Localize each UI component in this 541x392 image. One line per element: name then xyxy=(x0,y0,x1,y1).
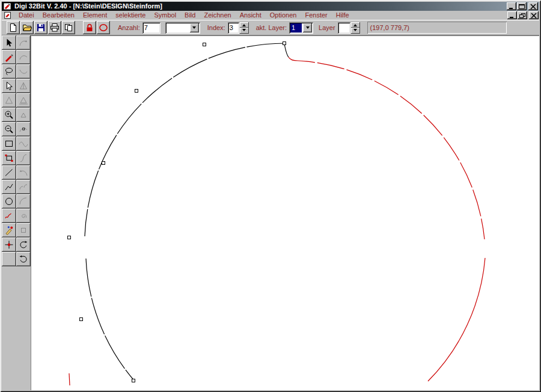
element-combobox[interactable] xyxy=(165,22,200,34)
tool-curve-arrow[interactable] xyxy=(16,35,31,50)
control-point[interactable] xyxy=(80,318,83,321)
tool-curve-node[interactable] xyxy=(16,122,31,136)
anzahl-input[interactable] xyxy=(142,22,160,34)
red-tick[interactable] xyxy=(69,373,70,385)
tool-rotate-ccw[interactable] xyxy=(16,252,31,266)
control-point[interactable] xyxy=(283,42,286,45)
stone-outline-left-upper[interactable] xyxy=(85,43,285,236)
menu-item-symbol[interactable]: Symbol xyxy=(150,11,180,20)
mdi-restore-button[interactable] xyxy=(518,11,527,19)
menu-item-datei[interactable]: Datei xyxy=(14,11,38,20)
mdi-minimize-button[interactable] xyxy=(507,11,517,19)
copy-pages-button[interactable] xyxy=(62,21,75,34)
tool-curve-up[interactable] xyxy=(16,50,31,64)
tool-spiral[interactable] xyxy=(16,209,31,223)
rectangle-icon xyxy=(4,139,14,149)
menu-item-optionen[interactable]: Optionen xyxy=(266,11,301,20)
app-icon xyxy=(3,2,12,10)
stone-outline-right-upper[interactable] xyxy=(289,57,484,239)
document-icon[interactable] xyxy=(4,11,12,19)
line-icon xyxy=(4,168,14,177)
new-document-icon xyxy=(8,23,18,32)
window-title: Digi 32Bit V. 2.40 - [N:\Stein\DESIGN\St… xyxy=(14,2,506,11)
tool-knife-red[interactable] xyxy=(2,50,16,64)
toolbar: Anzahl: Index: akt. Layer: 1 Layer (197,… xyxy=(2,20,539,35)
tool-pen-color[interactable] xyxy=(2,223,16,237)
rect-transform-icon xyxy=(4,153,14,163)
tool-double-arc[interactable] xyxy=(16,180,31,194)
tool-triangle-line[interactable] xyxy=(16,93,31,108)
maximize-button[interactable] xyxy=(517,2,527,10)
control-point[interactable] xyxy=(102,162,105,165)
lock-button[interactable] xyxy=(83,21,96,34)
tool-arrow-outline[interactable] xyxy=(2,79,16,93)
minimize-button[interactable] xyxy=(507,2,516,10)
tool-curve-down[interactable] xyxy=(16,64,31,79)
tool-anchor-cross[interactable] xyxy=(2,237,16,252)
mdi-window-controls xyxy=(507,11,539,19)
rotate-ccw-icon xyxy=(19,254,28,264)
save-button[interactable] xyxy=(34,21,47,34)
control-point[interactable] xyxy=(68,236,71,239)
spiral-icon xyxy=(19,211,28,221)
tool-arc[interactable] xyxy=(16,194,31,209)
coordinate-value: (197,0 779,7) xyxy=(370,24,409,31)
layer-spin-down-button[interactable] xyxy=(351,28,360,34)
mdi-close-button[interactable] xyxy=(529,11,539,19)
drawing-canvas[interactable] xyxy=(31,35,539,390)
new-document-button[interactable] xyxy=(7,21,20,34)
tool-circle[interactable] xyxy=(2,194,16,209)
tool-line[interactable] xyxy=(2,165,16,180)
menu-item-ansicht[interactable]: Ansicht xyxy=(236,11,266,20)
index-input[interactable] xyxy=(228,22,239,34)
menu-item-bild[interactable]: Bild xyxy=(180,11,200,20)
menu-item-element[interactable]: Element xyxy=(79,11,111,20)
tool-s-curve[interactable] xyxy=(16,151,31,165)
lasso-icon xyxy=(4,67,14,76)
polyline-icon xyxy=(4,182,14,192)
control-point[interactable] xyxy=(203,43,206,46)
tool-rotate-cw[interactable] xyxy=(16,237,31,252)
open-folder-button[interactable] xyxy=(20,21,34,34)
index-spin-down-button[interactable] xyxy=(240,28,249,34)
akt-layer-combobox[interactable]: 1 xyxy=(289,22,313,34)
akt-layer-dropdown-button[interactable] xyxy=(303,23,312,32)
tool-lasso[interactable] xyxy=(2,64,16,79)
title-bar[interactable]: Digi 32Bit V. 2.40 - [N:\Stein\DESIGN\St… xyxy=(2,2,539,11)
tool-triangle[interactable] xyxy=(2,93,16,108)
menu-item-zeichnen[interactable]: Zeichnen xyxy=(200,11,235,20)
tool-zoom-out[interactable] xyxy=(2,122,16,136)
tool-wave[interactable] xyxy=(16,136,31,151)
menu-item-fenster[interactable]: Fenster xyxy=(301,11,331,20)
tool-triangle-mid[interactable] xyxy=(16,79,31,93)
tool-squiggle-red[interactable] xyxy=(2,209,16,223)
stone-outline-right-lower[interactable] xyxy=(428,258,485,381)
stone-outline-notch[interactable] xyxy=(284,44,289,57)
stone-outline-left-lower[interactable] xyxy=(86,259,135,381)
layer-input[interactable] xyxy=(338,22,350,34)
tool-rectangle[interactable] xyxy=(2,136,16,151)
index-label: Index: xyxy=(207,24,225,31)
tool-polyline[interactable] xyxy=(2,180,16,194)
menu-item-hilfe[interactable]: Hilfe xyxy=(332,11,353,20)
close-button[interactable] xyxy=(528,2,538,10)
tool-square-small[interactable] xyxy=(16,223,31,237)
print-button[interactable] xyxy=(48,21,61,34)
copy-pages-icon xyxy=(64,23,73,32)
curve-arrow-2-icon xyxy=(19,168,28,177)
menu-item-bearbeiten[interactable]: Bearbeiten xyxy=(38,11,79,20)
arc-icon xyxy=(19,197,28,206)
ellipse-button[interactable] xyxy=(97,21,110,34)
layer-spin-up-button[interactable] xyxy=(351,22,360,28)
tool-zoom-in[interactable] xyxy=(2,108,16,122)
tool-rect-transform[interactable] xyxy=(2,151,16,165)
control-point[interactable] xyxy=(135,90,138,93)
index-spin-up-button[interactable] xyxy=(240,22,249,28)
tool-triangle-small[interactable] xyxy=(16,108,31,122)
element-combobox-dropdown-button[interactable] xyxy=(190,23,199,32)
tool-select-arrow[interactable] xyxy=(2,35,16,50)
tool-curve-arrow-2[interactable] xyxy=(16,165,31,180)
arrow-outline-icon xyxy=(4,81,14,91)
control-point[interactable] xyxy=(132,379,135,382)
menu-item-selektierte[interactable]: selektierte xyxy=(111,11,150,20)
